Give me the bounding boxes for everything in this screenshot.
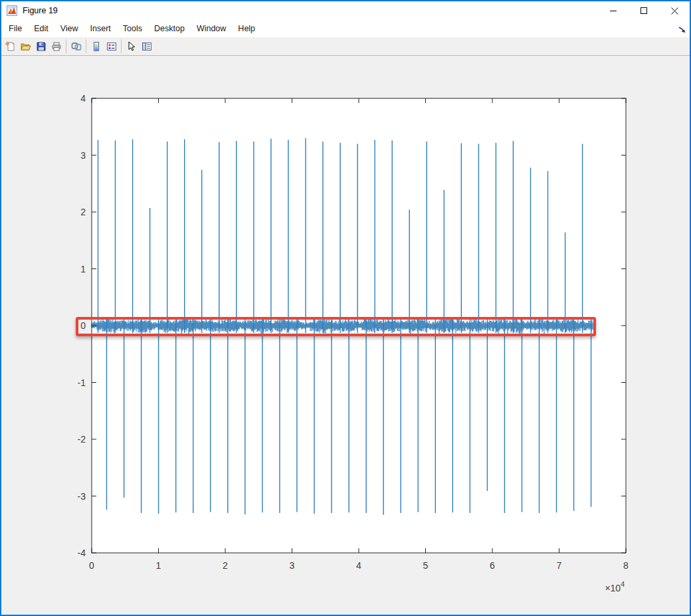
cursor-arrow-icon xyxy=(126,41,137,52)
close-icon xyxy=(670,7,679,15)
menu-item-view[interactable]: View xyxy=(54,21,84,36)
figure-canvas: 012345678-4-3-2-101234×104 xyxy=(1,56,690,615)
matlab-logo-icon xyxy=(7,5,17,16)
figure-toolbar xyxy=(1,37,690,56)
toolbar-separator xyxy=(86,39,86,53)
dock-figure-icon[interactable] xyxy=(678,25,686,33)
x-axis-exponent-label: ×104 xyxy=(605,580,625,593)
menu-item-file[interactable]: File xyxy=(3,21,28,36)
save-icon xyxy=(36,41,47,52)
y-tick-label: 3 xyxy=(80,150,86,161)
edit-plot-button[interactable] xyxy=(124,39,139,54)
link-icon xyxy=(71,41,82,52)
toolbar-separator xyxy=(121,39,122,53)
menu-item-insert[interactable]: Insert xyxy=(84,21,117,36)
x-tick-label: 0 xyxy=(89,560,94,571)
x-tick-label: 4 xyxy=(356,560,361,571)
menu-item-edit[interactable]: Edit xyxy=(28,21,54,36)
x-tick-label: 8 xyxy=(623,560,629,571)
title-bar: Figure 19 xyxy=(1,1,690,20)
window-title: Figure 19 xyxy=(23,6,58,15)
open-folder-icon xyxy=(21,41,31,52)
save-figure-button[interactable] xyxy=(33,39,49,54)
new-figure-button[interactable] xyxy=(3,39,18,54)
menu-bar: FileEditViewInsertToolsDesktopWindowHelp xyxy=(1,20,690,37)
minimize-icon xyxy=(609,7,617,15)
x-tick-label: 6 xyxy=(490,560,495,571)
print-icon xyxy=(51,41,62,52)
menu-item-desktop[interactable]: Desktop xyxy=(148,21,191,36)
menu-item-help[interactable]: Help xyxy=(232,21,261,36)
x-tick-label: 1 xyxy=(156,560,161,571)
new-figure-icon xyxy=(5,41,16,52)
menu-item-window[interactable]: Window xyxy=(191,21,232,36)
plot-browser-button[interactable] xyxy=(139,39,154,54)
figure-window: Figure 19 FileEditViewInsertToolsDes xyxy=(0,0,691,616)
y-tick-label: 2 xyxy=(80,207,86,217)
toolbar-separator xyxy=(66,39,66,53)
x-tick-label: 5 xyxy=(423,560,429,571)
print-figure-button[interactable] xyxy=(49,39,64,54)
close-button[interactable] xyxy=(659,1,690,20)
minimize-button[interactable] xyxy=(598,1,629,20)
y-tick-label: 1 xyxy=(80,264,86,274)
y-tick-label: -2 xyxy=(78,434,86,445)
legend-icon xyxy=(106,41,117,52)
y-tick-label: -1 xyxy=(78,377,86,388)
x-tick-label: 7 xyxy=(557,560,562,571)
maximize-button[interactable] xyxy=(629,1,659,20)
insert-legend-button[interactable] xyxy=(104,39,119,54)
y-tick-label: -4 xyxy=(78,548,86,558)
x-tick-label: 2 xyxy=(223,560,228,571)
insert-colorbar-button[interactable] xyxy=(88,39,104,54)
menu-item-tools[interactable]: Tools xyxy=(117,21,148,36)
colorbar-icon xyxy=(91,41,102,52)
plot-browser-icon xyxy=(142,41,152,52)
maximize-icon xyxy=(640,7,648,15)
x-tick-label: 3 xyxy=(290,560,295,571)
link-plot-button[interactable] xyxy=(68,39,84,54)
highlight-annotation-rectangle[interactable] xyxy=(76,317,596,336)
open-file-button[interactable] xyxy=(18,39,33,54)
y-tick-label: 4 xyxy=(80,93,86,104)
y-tick-label: -3 xyxy=(78,491,86,502)
